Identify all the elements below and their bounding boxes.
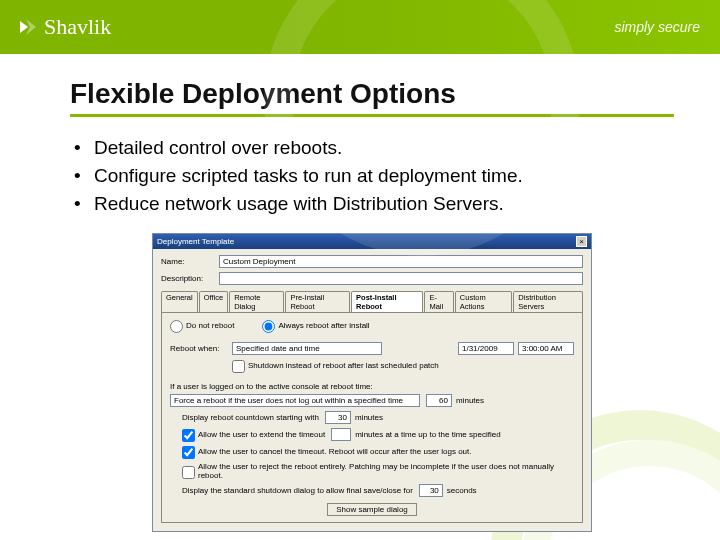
allow-extend-checkbox[interactable] (182, 429, 195, 442)
list-item: Reduce network usage with Distribution S… (74, 193, 674, 215)
reboot-when-label: Reboot when: (170, 344, 232, 353)
countdown-label: Display reboot countdown starting with (182, 413, 319, 422)
allow-reject-label: Allow the user to reject the reboot enti… (198, 462, 574, 480)
force-timeout-input[interactable]: 60 (426, 394, 452, 407)
shutdown-instead-checkbox[interactable] (232, 360, 245, 373)
tab-custom-actions[interactable]: Custom Actions (455, 291, 513, 312)
extend-amount-input[interactable] (331, 428, 351, 441)
tab-panel: Do not reboot Always reboot after instal… (161, 313, 583, 523)
allow-cancel-label: Allow the user to cancel the timeout. Re… (198, 447, 471, 456)
no-reboot-radio[interactable] (170, 320, 183, 333)
minutes-label-2: minutes (355, 413, 383, 422)
brand-header: Shavlik simply secure (0, 0, 720, 54)
std-dialog-label: Display the standard shutdown dialog to … (182, 486, 413, 495)
tab-office[interactable]: Office (199, 291, 228, 312)
tab-email[interactable]: E-Mail (424, 291, 453, 312)
dialog-tabs: General Office Remote Dialog Pre-Install… (161, 291, 583, 313)
brand-name: Shavlik (44, 14, 111, 40)
brand-mark-icon (18, 17, 38, 37)
allow-extend-label: Allow the user to extend the timeout (198, 430, 325, 439)
description-label: Description: (161, 274, 219, 283)
extend-tail-label: minutes at a time up to the time specifi… (355, 430, 500, 439)
seconds-label: seconds (447, 486, 477, 495)
tab-remote-dialog[interactable]: Remote Dialog (229, 291, 284, 312)
tab-distribution-servers[interactable]: Distribution Servers (513, 291, 583, 312)
minutes-label: minutes (456, 396, 484, 405)
description-input[interactable] (219, 272, 583, 285)
deployment-template-dialog: Deployment Template × Name: Custom Deplo… (152, 233, 592, 532)
tab-general[interactable]: General (161, 291, 198, 312)
svg-marker-0 (20, 21, 28, 33)
reboot-when-select[interactable]: Specified date and time (232, 342, 382, 355)
brand-logo: Shavlik (18, 14, 111, 40)
reboot-date-input[interactable]: 1/31/2009 (458, 342, 514, 355)
reboot-time-input[interactable]: 3:00:00 AM (518, 342, 574, 355)
allow-cancel-checkbox[interactable] (182, 446, 195, 459)
always-reboot-label: Always reboot after install (278, 321, 369, 330)
countdown-input[interactable]: 30 (325, 411, 351, 424)
allow-reject-checkbox[interactable] (182, 466, 195, 479)
list-item: Configure scripted tasks to run at deplo… (74, 165, 674, 187)
shutdown-instead-label: Shutdown instead of reboot after last sc… (248, 361, 439, 370)
force-reboot-select[interactable]: Force a reboot if the user does not log … (170, 394, 420, 407)
std-dialog-seconds-input[interactable]: 30 (419, 484, 443, 497)
brand-tagline: simply secure (614, 19, 700, 35)
close-icon[interactable]: × (576, 236, 587, 247)
name-input[interactable]: Custom Deployment (219, 255, 583, 268)
tab-pre-install-reboot[interactable]: Pre-Install Reboot (285, 291, 350, 312)
no-reboot-label: Do not reboot (186, 321, 234, 330)
bullet-list: Detailed control over reboots. Configure… (74, 137, 674, 215)
show-sample-button[interactable]: Show sample dialog (327, 503, 417, 516)
list-item: Detailed control over reboots. (74, 137, 674, 159)
dialog-title-text: Deployment Template (157, 237, 234, 246)
logged-on-section-label: If a user is logged on to the active con… (170, 382, 574, 391)
name-label: Name: (161, 257, 219, 266)
always-reboot-radio[interactable] (262, 320, 275, 333)
tab-post-install-reboot[interactable]: Post-Install Reboot (351, 291, 423, 312)
